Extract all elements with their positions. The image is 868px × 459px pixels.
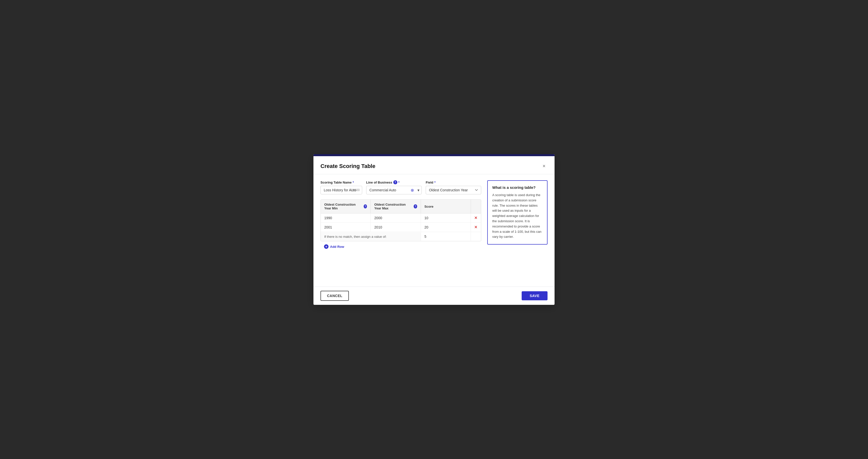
info-card: What is a scoring table? A scoring table… — [487, 180, 548, 244]
main-content: Scoring Table Name * 21/100 Line of Busi… — [320, 180, 481, 281]
row1-max-input[interactable] — [371, 214, 421, 223]
no-match-empty-cell — [471, 234, 481, 238]
scoring-table: Oldest Construction Year Min ? Oldest Co… — [320, 199, 481, 241]
scoring-table-name-group: Scoring Table Name * 21/100 — [320, 181, 362, 194]
modal-overlay: Create Scoring Table × Scoring Table Nam… — [0, 0, 868, 459]
name-input-wrapper: 21/100 — [320, 186, 362, 194]
required-star: * — [352, 181, 354, 184]
row1-score-input[interactable] — [421, 214, 471, 223]
line-of-business-group: Line of Business ? * Commercial Auto Com… — [366, 180, 422, 194]
row2-delete-button[interactable]: ✕ — [474, 225, 477, 229]
row2-max-input[interactable] — [371, 223, 421, 232]
no-match-score-cell — [421, 232, 471, 241]
no-match-label-cell: If there is no match, then assign a valu… — [321, 232, 421, 241]
modal-body: Scoring Table Name * 21/100 Line of Busi… — [313, 174, 555, 287]
col-max-help-icon[interactable]: ? — [414, 204, 417, 208]
info-card-text: A scoring table is used during the creat… — [492, 193, 542, 239]
modal-title: Create Scoring Table — [320, 163, 375, 169]
info-card-title: What is a scoring table? — [492, 185, 542, 190]
modal-header: Create Scoring Table × — [313, 156, 555, 174]
row2-score-input[interactable] — [421, 223, 471, 232]
row1-min-input[interactable] — [321, 214, 370, 223]
row1-score-cell — [421, 214, 471, 223]
fields-row: Scoring Table Name * 21/100 Line of Busi… — [320, 180, 481, 194]
plus-icon: + — [324, 244, 329, 249]
lob-label: Line of Business ? * — [366, 180, 422, 184]
table-row: ✕ — [321, 223, 481, 232]
add-row-button[interactable]: + Add Row — [320, 241, 348, 252]
create-scoring-table-modal: Create Scoring Table × Scoring Table Nam… — [313, 154, 555, 305]
char-count: 21/100 — [350, 188, 360, 192]
col-max-header: Oldest Construction Year Max ? — [371, 200, 421, 213]
field-group: Field * Oldest Construction Year Newest … — [426, 181, 481, 194]
field-select[interactable]: Oldest Construction Year Newest Construc… — [426, 186, 481, 194]
col-score-header: Score — [421, 200, 471, 213]
row2-min-cell — [321, 223, 371, 232]
table-row: ✕ — [321, 214, 481, 223]
col-min-header: Oldest Construction Year Min ? — [321, 200, 371, 213]
lob-select[interactable]: Commercial Auto Commercial Property Gene… — [366, 186, 409, 194]
modal-footer: CANCEL SAVE — [313, 287, 555, 305]
field-label: Field * — [426, 181, 481, 184]
required-star-lob: * — [398, 181, 400, 184]
no-match-row: If there is no match, then assign a valu… — [321, 232, 481, 241]
col-min-help-icon[interactable]: ? — [364, 204, 367, 208]
row1-max-cell — [371, 214, 421, 223]
sidebar-panel: What is a scoring table? A scoring table… — [487, 180, 548, 281]
row2-min-input[interactable] — [321, 223, 370, 232]
lob-dropdown-arrow: ▾ — [415, 188, 422, 193]
row1-delete-cell: ✕ — [471, 214, 481, 222]
cancel-button[interactable]: CANCEL — [320, 291, 349, 301]
top-bar — [313, 154, 555, 156]
lob-clear-button[interactable]: ⊗ — [409, 188, 415, 193]
no-match-score-input[interactable] — [421, 232, 471, 241]
row2-delete-cell: ✕ — [471, 223, 481, 231]
row2-max-cell — [371, 223, 421, 232]
required-star-field: * — [434, 181, 435, 184]
lob-help-icon[interactable]: ? — [393, 180, 397, 184]
scoring-table-name-label: Scoring Table Name * — [320, 181, 362, 184]
row1-min-cell — [321, 214, 371, 223]
row2-score-cell — [421, 223, 471, 232]
table-header: Oldest Construction Year Min ? Oldest Co… — [321, 200, 481, 214]
lob-select-wrapper: Commercial Auto Commercial Property Gene… — [366, 186, 422, 194]
close-button[interactable]: × — [540, 162, 548, 170]
save-button[interactable]: SAVE — [522, 291, 548, 300]
table-section: Oldest Construction Year Min ? Oldest Co… — [320, 199, 481, 252]
col-action-header — [471, 200, 481, 213]
row1-delete-button[interactable]: ✕ — [474, 216, 477, 220]
